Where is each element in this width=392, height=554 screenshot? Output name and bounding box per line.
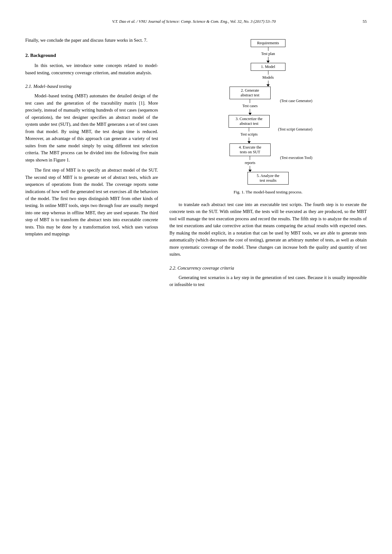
diag-box-step3: 3. Concretize theabstract test <box>229 115 270 128</box>
diag-side-step4: (Test execution Tool) <box>280 155 312 160</box>
diag-side-step3: (Test script Generator) <box>278 127 312 132</box>
subsection2-title: 2.2. Concurrency coverage criteria <box>169 265 367 271</box>
diag-box-step5: 5. Analyze thetest results <box>248 172 289 185</box>
intro-paragraph: Finally, we conclude the paper and discu… <box>25 37 158 44</box>
diag-step2-row: 2. Generateabstract test Test cases (Tes… <box>224 87 312 115</box>
header-text: V.T. Dao et al. / VNU Journal of Science… <box>112 19 276 24</box>
diagram-center: Requirements Test plan 1. Model Models <box>224 39 312 185</box>
page: V.T. Dao et al. / VNU Journal of Science… <box>0 0 392 554</box>
left-column: Finally, we conclude the paper and discu… <box>25 37 158 291</box>
diag-step1: 1. Model Models <box>224 63 312 87</box>
diag-step5: 5. Analyze thetest results <box>224 172 312 185</box>
paragraph-mbt-2: The first step of MBT is to specify an a… <box>25 167 158 238</box>
diag-requirements: Requirements Test plan <box>224 39 312 63</box>
right-para-1: to translate each abstract test case int… <box>169 201 367 258</box>
right-column: Requirements Test plan 1. Model Models <box>169 37 367 291</box>
diag-box-step1: 1. Model <box>251 63 285 71</box>
section-intro: In this section, we introduce some conce… <box>25 62 158 76</box>
diag-step3-row: 3. Concretize theabstract test Test scri… <box>224 115 312 143</box>
section-title: 2. Background <box>25 52 158 58</box>
diag-box-step2: 2. Generateabstract test <box>230 87 271 99</box>
diag-step4-row: 4. Execute thetests on SUT reports (Test… <box>224 143 312 172</box>
diag-side-step2: (Test case Generator) <box>280 99 312 103</box>
two-column-layout: Finally, we conclude the paper and discu… <box>25 37 367 291</box>
page-number: 55 <box>363 19 367 24</box>
mbt-diagram: Requirements Test plan 1. Model Models <box>224 37 312 187</box>
diag-box-requirements: Requirements <box>251 39 285 47</box>
right-para-subsec2: Generating test scenarios is a key step … <box>169 274 367 288</box>
figure-container: Requirements Test plan 1. Model Models <box>169 37 367 195</box>
paragraph-mbt-1: Model–based testing (MBT) automates the … <box>25 92 158 163</box>
fig-caption: Fig. 1. The model-based testing process. <box>169 190 367 195</box>
diag-box-step4: 4. Execute thetests on SUT <box>230 143 271 156</box>
subsection1-title: 2.1. Model–based testing <box>25 84 158 89</box>
page-header: V.T. Dao et al. / VNU Journal of Science… <box>25 19 367 24</box>
